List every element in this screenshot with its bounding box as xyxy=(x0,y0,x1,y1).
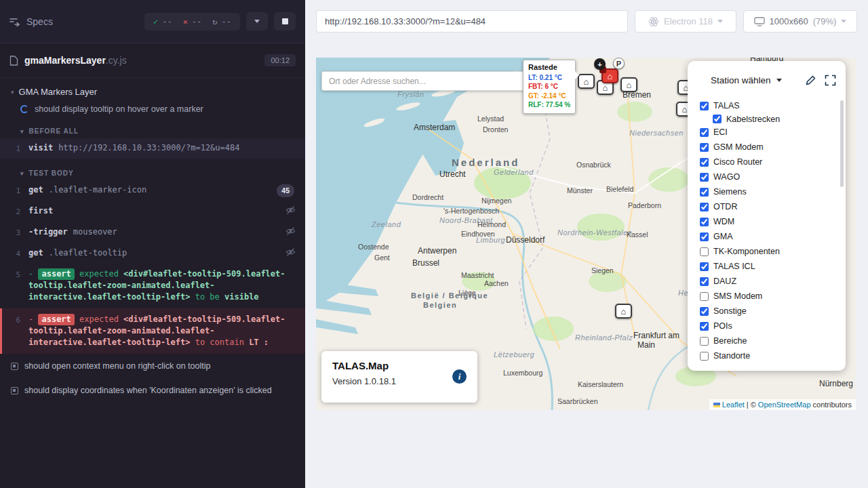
panel-scrollbar[interactable] xyxy=(840,100,844,187)
map-label: Luxembourg xyxy=(503,369,542,377)
station-filter-label: WAGO xyxy=(713,172,740,182)
command-row[interactable]: 1 get.leaflet-marker-icon 45 xyxy=(0,180,305,201)
leaflet-map[interactable]: HamburgFryslânBremenNiedersachsenHannove… xyxy=(316,58,856,410)
map-label: Gelderland xyxy=(494,168,534,176)
browser-selector[interactable]: Electron 118 xyxy=(635,10,736,33)
station-filter-checkbox[interactable] xyxy=(700,337,709,346)
station-filter-checkbox[interactable] xyxy=(700,102,709,110)
map-label: Rheinland-Pfalz xyxy=(575,333,633,342)
station-filter-checkbox[interactable] xyxy=(700,203,709,211)
station-filter-label: Bereiche xyxy=(713,336,747,346)
test-body-section[interactable]: ▾ TEST BODY xyxy=(0,159,305,180)
map-label: Amsterdam xyxy=(414,123,455,132)
suite-row[interactable]: ▾ GMA Markers Layer xyxy=(0,78,305,100)
station-filter-item[interactable]: GSM Modem xyxy=(700,140,835,155)
map-marker[interactable]: ⌂ xyxy=(578,74,595,89)
station-filter-checkbox[interactable] xyxy=(700,277,709,286)
station-filter-checkbox[interactable] xyxy=(700,188,709,197)
station-filter-item[interactable]: Standorte xyxy=(700,348,835,363)
map-label: Nijmegen xyxy=(481,197,511,205)
spec-header[interactable]: gmaMarkersLayer.cy.js 00:12 xyxy=(0,43,305,78)
stop-button[interactable] xyxy=(274,12,296,30)
station-filter-checkbox[interactable] xyxy=(713,115,722,123)
station-filter-item[interactable]: POIs xyxy=(700,319,835,333)
chevron-down-icon xyxy=(717,20,723,23)
map-label: Osnabrück xyxy=(576,161,611,169)
map-marker[interactable]: ⌂ xyxy=(620,77,637,92)
command-visit[interactable]: 1 visithttp://192.168.10.33:3000/?m=12&u… xyxy=(0,138,305,159)
station-filter-checkbox[interactable] xyxy=(700,143,709,152)
station-filter-label: GMA xyxy=(713,232,732,241)
station-filter-checkbox[interactable] xyxy=(700,322,709,331)
station-filter-item[interactable]: Kabelstrecken xyxy=(713,113,835,125)
pending-test-row[interactable]: should open context menu on right-click … xyxy=(0,354,305,378)
viewport-size: 1000x660 xyxy=(770,16,808,26)
before-all-section[interactable]: ▾ BEFORE ALL xyxy=(0,117,305,138)
station-filter-checkbox[interactable] xyxy=(700,128,709,137)
assert-row-passed[interactable]: 5 - assert expected <div#leaflet-tooltip… xyxy=(0,264,305,307)
map-label: 's-Hertogenbosch xyxy=(443,207,499,215)
app-title: TALAS.Map xyxy=(332,360,467,371)
station-filter-checkbox[interactable] xyxy=(700,262,709,271)
map-label: Main xyxy=(637,340,655,350)
station-filter-label: WDM xyxy=(713,217,734,226)
station-filter-item[interactable]: OTDR xyxy=(700,199,835,214)
assert-row-failed[interactable]: 6 - assert expected <div#leaflet-tooltip… xyxy=(0,308,305,354)
map-label: Nürnberg xyxy=(819,379,853,388)
station-filter-checkbox[interactable] xyxy=(700,307,709,316)
eye-slash-icon xyxy=(285,205,296,218)
station-filter-item[interactable]: TALAS xyxy=(700,98,835,113)
map-search[interactable] xyxy=(321,71,526,91)
station-filter-checkbox[interactable] xyxy=(700,352,709,361)
map-label: Kaiserslautern xyxy=(578,380,623,388)
station-filter-item[interactable]: TALAS ICL xyxy=(700,259,835,274)
url-input[interactable]: http://192.168.10.33:3000/?m=12&u=484 xyxy=(316,10,628,33)
edit-pencil-icon[interactable] xyxy=(805,75,816,86)
leaflet-link[interactable]: Leaflet xyxy=(722,401,745,409)
command-row[interactable]: 3 -triggermouseover xyxy=(0,222,305,243)
station-filter-item[interactable]: WAGO xyxy=(700,169,835,184)
station-filter-checkbox[interactable] xyxy=(700,218,709,226)
station-filter-item[interactable]: ECI xyxy=(700,125,835,140)
collapse-button[interactable] xyxy=(246,12,268,30)
failed-icon: ✕ xyxy=(183,17,188,26)
command-name: visit xyxy=(28,143,53,152)
assert-dash: - xyxy=(28,314,33,324)
station-filter-item[interactable]: DAUZ xyxy=(700,274,835,289)
reporter-header: Specs ✓-- ✕-- ↻-- xyxy=(0,0,305,43)
osm-link[interactable]: OpenStreetMap xyxy=(758,401,811,409)
station-filter-checkbox[interactable] xyxy=(700,247,709,256)
station-filter-item[interactable]: Sonstige xyxy=(700,304,835,319)
map-label: Düsseldorf xyxy=(506,235,545,245)
command-row[interactable]: 2 first xyxy=(0,201,305,222)
map-marker[interactable]: ⌂ xyxy=(615,304,632,319)
command-row[interactable]: 4 get.leaflet-tooltip xyxy=(0,243,305,264)
pending-count: -- xyxy=(222,17,231,26)
info-icon[interactable]: i xyxy=(452,369,467,384)
chevron-down-icon[interactable] xyxy=(776,79,782,82)
station-filter-label: Standorte xyxy=(713,351,750,361)
specs-menu[interactable]: Specs xyxy=(9,16,53,27)
marker-tooltip[interactable]: Rastede LT: 0.21 °CFBT: 6 °CGT: -2.14 °C… xyxy=(523,60,576,114)
station-filter-item[interactable]: SMS Modem xyxy=(700,289,835,304)
map-marker-alert[interactable]: ⌂ xyxy=(601,68,618,83)
station-filter-label: Sonstige xyxy=(713,306,747,316)
station-filter-item[interactable]: Bereiche xyxy=(700,333,835,348)
viewport-selector[interactable]: 1000x660 (79%) xyxy=(743,10,857,33)
search-input[interactable] xyxy=(321,71,526,91)
station-filter-checkbox[interactable] xyxy=(700,173,709,182)
station-filter-item[interactable]: Cisco Router xyxy=(700,155,835,169)
station-filter-item[interactable]: WDM xyxy=(700,214,835,229)
map-control-+[interactable]: + xyxy=(594,58,606,70)
test-stats: ✓-- ✕-- ↻-- xyxy=(144,13,240,30)
station-filter-checkbox[interactable] xyxy=(700,232,709,241)
pending-test-row[interactable]: should display coordinates when 'Koordin… xyxy=(0,378,305,403)
station-filter-checkbox[interactable] xyxy=(700,292,709,301)
expand-icon[interactable] xyxy=(825,75,836,86)
station-filter-item[interactable]: GMA xyxy=(700,229,835,244)
station-filter-item[interactable]: Siemens xyxy=(700,184,835,199)
station-filter-checkbox[interactable] xyxy=(700,158,709,167)
map-control-P[interactable]: P xyxy=(613,58,625,69)
active-test-row[interactable]: should display tooltip on hover over a m… xyxy=(0,100,305,117)
station-filter-item[interactable]: TK-Komponenten xyxy=(700,244,835,259)
